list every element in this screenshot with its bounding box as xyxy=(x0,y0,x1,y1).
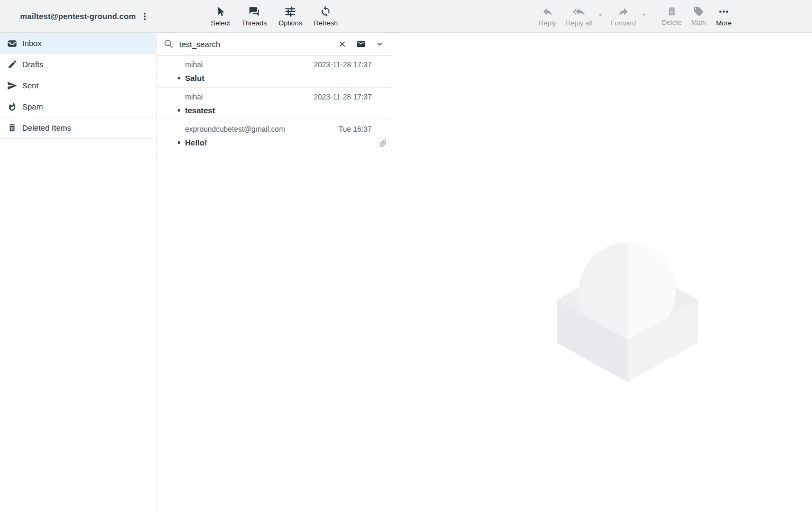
unread-dot xyxy=(178,109,180,112)
sidebar-item-deleted-items[interactable]: Deleted Items xyxy=(0,117,156,139)
sidebar-item-sent[interactable]: Sent xyxy=(0,75,156,96)
options-button[interactable]: Options xyxy=(279,6,302,27)
reply-button[interactable]: Reply xyxy=(539,6,556,27)
trash-icon xyxy=(667,6,677,17)
message-sender: mihai xyxy=(185,60,202,69)
reply-all-icon xyxy=(573,6,585,17)
sidebar-item-label: Deleted Items xyxy=(22,123,71,132)
forward-icon xyxy=(617,6,629,17)
message-list-column: Select Threads Options Refresh xyxy=(157,0,392,511)
threads-button[interactable]: Threads xyxy=(242,6,267,27)
sidebar-item-drafts[interactable]: Drafts xyxy=(0,54,156,75)
reply-all-dropdown-button[interactable] xyxy=(597,12,603,18)
sidebar-item-label: Spam xyxy=(22,102,43,111)
message-sender: mihai xyxy=(185,93,202,101)
chevron-down-icon xyxy=(641,12,647,18)
more-button[interactable]: More xyxy=(716,6,732,27)
reply-icon xyxy=(542,6,553,17)
envelope-icon xyxy=(355,39,366,49)
sidebar-item-spam[interactable]: Spam xyxy=(0,96,156,117)
kebab-icon xyxy=(140,12,150,21)
mark-button[interactable]: Mark xyxy=(691,6,706,26)
message-row[interactable]: exproundcubetest@gmail.com Tue 16:37 Hel… xyxy=(157,120,392,152)
sliders-icon xyxy=(284,6,296,17)
search-options-button[interactable] xyxy=(375,39,384,49)
list-toolbar: Select Threads Options Refresh xyxy=(157,0,392,33)
trash-icon xyxy=(6,123,18,133)
message-subject: Salut xyxy=(185,74,205,83)
inbox-icon xyxy=(6,38,18,49)
search-scope-button[interactable] xyxy=(355,39,366,49)
ellipsis-icon xyxy=(718,6,730,17)
chevron-down-icon xyxy=(375,39,384,49)
search-icon xyxy=(163,39,174,49)
sidebar-item-label: Inbox xyxy=(22,39,42,48)
paper-plane-icon xyxy=(6,80,18,91)
account-email: mailtest@pentest-ground.com xyxy=(20,12,136,21)
chat-bubbles-icon xyxy=(248,6,260,17)
message-pane: Reply Reply all Forward Delete Mark More xyxy=(392,0,812,511)
attachment-paperclip-icon xyxy=(379,139,387,148)
cursor-icon xyxy=(215,6,226,17)
forward-dropdown-button[interactable] xyxy=(641,12,647,18)
sidebar-item-inbox[interactable]: Inbox xyxy=(0,33,156,54)
account-menu-button[interactable] xyxy=(137,8,153,24)
fire-icon xyxy=(6,102,18,112)
sync-icon xyxy=(320,6,331,17)
select-button[interactable]: Select xyxy=(211,6,230,27)
message-row[interactable]: mihai 2023-11-28 17:37 Salut xyxy=(157,56,392,88)
folders-sidebar: mailtest@pentest-ground.com Inbox Drafts… xyxy=(0,0,156,511)
message-sender: exproundcubetest@gmail.com xyxy=(185,125,285,133)
clear-search-button[interactable] xyxy=(338,40,347,49)
account-header: mailtest@pentest-ground.com xyxy=(0,0,156,33)
sidebar-item-label: Drafts xyxy=(22,60,43,69)
message-row[interactable]: mihai 2023-11-28 17:37 tesatest xyxy=(157,88,392,120)
message-subject: Hello! xyxy=(185,138,207,147)
chevron-down-icon xyxy=(597,12,603,18)
message-date: 2023-11-28 17:37 xyxy=(314,93,372,101)
unread-dot xyxy=(178,141,180,144)
unread-dot xyxy=(178,77,180,79)
pencil-icon xyxy=(6,59,18,70)
refresh-button[interactable]: Refresh xyxy=(314,6,338,27)
message-subject: tesatest xyxy=(185,106,215,115)
message-date: 2023-11-28 17:37 xyxy=(314,60,372,69)
search-bar xyxy=(157,33,392,56)
forward-button[interactable]: Forward xyxy=(611,6,636,27)
roundcube-watermark-logo xyxy=(557,242,698,382)
reply-all-button[interactable]: Reply all xyxy=(566,6,592,27)
sidebar-item-label: Sent xyxy=(22,81,39,90)
message-toolbar: Reply Reply all Forward Delete Mark More xyxy=(392,0,812,33)
delete-button[interactable]: Delete xyxy=(662,6,682,26)
search-input[interactable] xyxy=(178,39,329,49)
tag-icon xyxy=(693,6,704,17)
close-icon xyxy=(338,40,347,49)
message-date: Tue 16:37 xyxy=(338,125,372,133)
